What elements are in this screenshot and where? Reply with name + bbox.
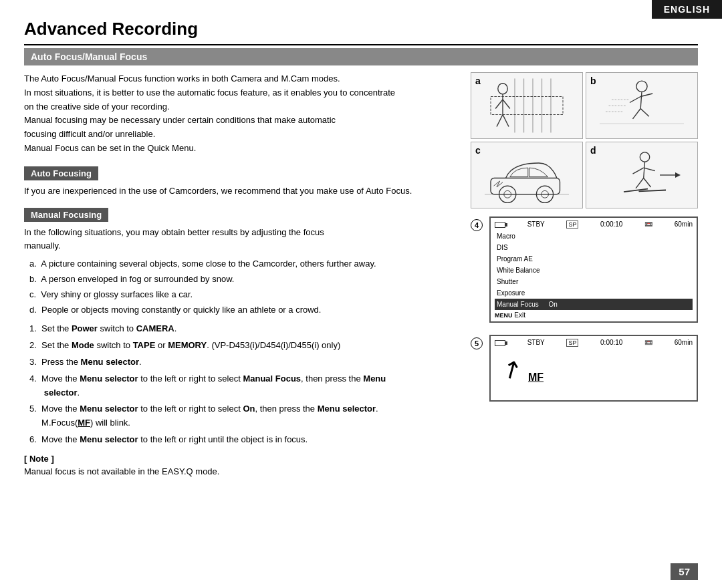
cam-stby-5: STBY (527, 339, 545, 347)
step-6: 6. Move the Menu selector to the left or… (29, 433, 418, 447)
cam-battery-icon (495, 220, 505, 229)
step-circle-4: 4 (471, 219, 483, 231)
main-content: The Auto Focus/Manual Focus function wor… (24, 72, 418, 479)
cam-menu-whitebalance: White Balance (495, 265, 693, 276)
auto-focusing-title: Auto Focusing (24, 166, 98, 180)
illus-a: a (471, 72, 583, 139)
svg-line-29 (644, 162, 645, 178)
svg-line-10 (503, 115, 509, 127)
cam-battery (495, 222, 505, 228)
cam-menu-row: Macro DIS Program AE White Balance Shutt… (495, 231, 693, 310)
language-badge: ENGLISH (652, 0, 722, 19)
cam-menu-value: On (544, 299, 563, 309)
svg-line-18 (640, 109, 649, 117)
note-title: [ Note ] (24, 454, 418, 464)
cam-top-bar-5: STBY SP 0:00:10 📼 60min (495, 339, 693, 347)
cam-exit-row: MENU Exit (495, 311, 693, 319)
svg-line-31 (644, 168, 655, 171)
illus-svg-b (589, 76, 695, 136)
manual-focusing-title: Manual Focusing (24, 208, 108, 222)
svg-line-35 (639, 190, 667, 192)
illus-b: b (586, 72, 698, 139)
svg-line-30 (633, 168, 644, 174)
cam-menu-dis: DIS (495, 242, 693, 253)
step-1: 1. Set the Power switch to CAMERA. (29, 322, 418, 336)
cam-time-5: 0:00:10 (600, 339, 622, 347)
cam-screen-5: STBY SP 0:00:10 📼 60min ↗ MF (489, 335, 698, 402)
cam-menu-macro: Macro (495, 231, 693, 242)
cam-screen-5-container: 5 STBY SP 0:00:10 📼 60min ↗ MF (471, 335, 698, 408)
mf-area: ↗ MF (495, 349, 693, 390)
cam-battery-icon-5 (495, 339, 505, 347)
svg-line-33 (644, 178, 651, 188)
illus-label-d: d (590, 145, 596, 156)
step-4: 4. Move the Menu selector to the left or… (29, 372, 418, 400)
svg-line-14 (640, 92, 642, 108)
svg-point-5 (498, 84, 507, 94)
section-header: Auto Focus/Manual Focus (24, 48, 698, 65)
svg-point-13 (636, 81, 647, 92)
section-title: Auto Focus/Manual Focus (31, 51, 147, 62)
step-3: 3. Press the Menu selector. (29, 355, 418, 370)
auto-focusing-body: If you are inexperienced in the use of C… (24, 184, 418, 198)
mf-arrow-icon: ↗ (496, 352, 527, 386)
svg-line-16 (640, 94, 652, 97)
svg-line-9 (497, 115, 503, 127)
cam-tape-icon-5: 📼 (644, 339, 652, 347)
cam-menu-exposure: Exposure (495, 287, 693, 299)
manual-focusing-body: In the following situations, you may obt… (24, 226, 418, 254)
intro-paragraph: The Auto Focus/Manual Focus function wor… (24, 72, 418, 156)
cam-top-bar-4: STBY SP 0:00:10 📼 60min (495, 220, 693, 229)
svg-line-15 (630, 97, 640, 103)
title-divider (24, 44, 698, 45)
right-panel: a b (471, 72, 698, 414)
svg-line-32 (636, 178, 644, 188)
illustration-grid: a b (471, 72, 698, 208)
cam-screen-4: STBY SP 0:00:10 📼 60min Macro DIS Progra… (489, 216, 698, 323)
note-text: Manual focus is not available in the EAS… (24, 465, 418, 479)
cam-stby: STBY (527, 220, 545, 229)
illus-svg-d (589, 145, 695, 205)
illus-label-c: c (475, 145, 481, 156)
list-item-a: a. A picture containing several objects,… (29, 257, 418, 271)
cam-tape-icon: 📼 (644, 220, 652, 229)
step-2: 2. Set the Mode switch to TAPE or MEMORY… (29, 339, 418, 353)
svg-rect-23 (491, 178, 560, 194)
cam-battery-5 (495, 340, 505, 346)
illus-d: d (586, 142, 698, 208)
cam-time: 0:00:10 (600, 220, 622, 229)
cam-tape-time-5: 60min (675, 339, 693, 347)
steps-list: 1. Set the Power switch to CAMERA. 2. Se… (29, 322, 418, 446)
illus-svg-a (474, 76, 580, 136)
cam-sp: SP (566, 220, 578, 229)
cam-menu-label: MENU (495, 312, 513, 319)
cam-sp-5: SP (566, 339, 578, 347)
svg-rect-11 (491, 97, 563, 115)
svg-point-28 (640, 152, 649, 162)
cam-screen-4-container: 4 STBY SP 0:00:10 📼 60min Macro DIS Prog… (471, 216, 698, 329)
svg-line-8 (503, 100, 510, 109)
svg-line-17 (633, 109, 641, 119)
cam-menu-shutter: Shutter (495, 276, 693, 287)
illus-c: c (471, 142, 583, 208)
list-item-d: d. People or objects moving constantly o… (29, 303, 418, 317)
step-5: 5. Move the Menu selector to the left or… (29, 402, 418, 430)
svg-line-7 (495, 100, 503, 109)
step-circle-5: 5 (471, 337, 483, 349)
cam-tape-time: 60min (675, 220, 693, 229)
list-item-c: c. Very shiny or glossy surfaces like a … (29, 288, 418, 302)
illus-svg-c (474, 145, 580, 205)
illus-label-b: b (590, 76, 596, 86)
cam-exit-label: Exit (514, 311, 525, 319)
list-item-b: b. A person enveloped in fog or surround… (29, 273, 418, 287)
page-number: 57 (671, 563, 698, 580)
page-title: Advanced Recording (24, 19, 198, 39)
illus-label-a: a (475, 76, 481, 86)
cam-menu-programae: Program AE (495, 253, 693, 265)
cam-menu-manualfocus: Manual Focus On (495, 299, 693, 310)
mf-label: MF (528, 372, 544, 384)
